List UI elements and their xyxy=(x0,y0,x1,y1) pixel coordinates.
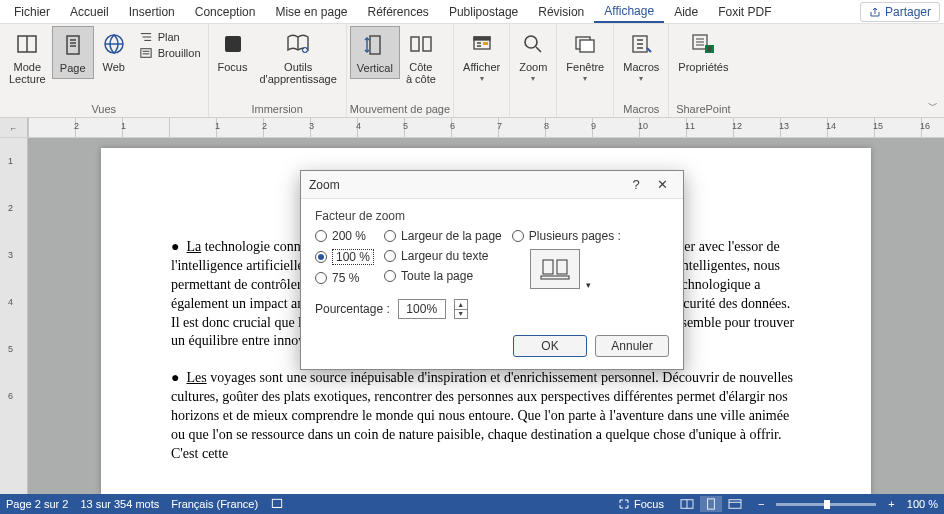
zoom-out-button[interactable]: − xyxy=(758,498,764,510)
cote-a-cote-button[interactable]: Côte à côte xyxy=(400,26,442,89)
outils-label: Outils d'apprentissage xyxy=(259,61,336,85)
ribbon-group-vues: Mode Lecture Page Web Plan xyxy=(0,24,209,117)
zoom-in-button[interactable]: + xyxy=(888,498,894,510)
ruler-tick: 14 xyxy=(826,121,836,131)
close-button[interactable]: ✕ xyxy=(649,177,675,192)
ribbon-group-fenetre: Fenêtre ▾ xyxy=(557,24,614,117)
ribbon-group-sharepoint: S Propriétés SharePoint xyxy=(669,24,737,117)
menu-affichage[interactable]: Affichage xyxy=(594,1,664,23)
radio-icon xyxy=(315,251,327,263)
menu-conception[interactable]: Conception xyxy=(185,2,266,22)
menu-mise-en-page[interactable]: Mise en page xyxy=(265,2,357,22)
menu-publipostage[interactable]: Publipostage xyxy=(439,2,528,22)
zoom-200-label: 200 % xyxy=(332,229,366,243)
ruler-tick: 8 xyxy=(544,121,549,131)
whole-page-option[interactable]: Toute la page xyxy=(384,269,502,283)
group-label-afficher xyxy=(457,113,506,117)
proprietes-label: Propriétés xyxy=(678,61,728,73)
svg-rect-15 xyxy=(411,37,419,51)
ribbon-group-afficher: Afficher ▾ xyxy=(454,24,510,117)
menu-accueil[interactable]: Accueil xyxy=(60,2,119,22)
multi-pages-option[interactable]: Plusieurs pages : xyxy=(512,229,621,243)
read-mode-view-button[interactable] xyxy=(676,496,698,512)
svg-point-20 xyxy=(525,36,537,48)
outline-icon xyxy=(138,30,154,44)
zoom-level-status[interactable]: 100 % xyxy=(907,498,938,510)
focus-label: Focus xyxy=(218,61,248,73)
chevron-down-icon: ▾ xyxy=(480,75,484,84)
zoom-75-option[interactable]: 75 % xyxy=(315,271,374,285)
menu-revision[interactable]: Révision xyxy=(528,2,594,22)
menu-insertion[interactable]: Insertion xyxy=(119,2,185,22)
vertical-button[interactable]: Vertical xyxy=(350,26,400,79)
text-width-option[interactable]: Largeur du texte xyxy=(384,249,502,263)
ruler-horizontal[interactable]: 2 1 1 2 3 4 5 6 7 8 9 10 11 12 13 14 15 … xyxy=(28,118,944,137)
zoom-200-option[interactable]: 200 % xyxy=(315,229,374,243)
word-count-status[interactable]: 13 sur 354 mots xyxy=(80,498,159,510)
svg-rect-14 xyxy=(370,36,380,54)
page-view-button[interactable]: Page xyxy=(52,26,94,79)
mode-lecture-label: Mode Lecture xyxy=(9,61,46,85)
ruler-corner: ⌐ xyxy=(0,118,28,137)
zoom-100-label: 100 % xyxy=(332,249,374,265)
menu-foxit-pdf[interactable]: Foxit PDF xyxy=(708,2,781,22)
web-layout-view-button[interactable] xyxy=(724,496,746,512)
macros-button[interactable]: Macros ▾ xyxy=(617,26,665,88)
spinner-down-icon[interactable]: ▼ xyxy=(455,310,467,319)
plan-view-button[interactable]: Plan xyxy=(138,30,201,44)
ruler-vertical[interactable]: 1 2 3 4 5 6 xyxy=(0,138,28,496)
menu-references[interactable]: Références xyxy=(358,2,439,22)
page-width-label: Largeur de la page xyxy=(401,229,502,243)
chevron-down-icon: ▾ xyxy=(586,280,591,290)
page-width-option[interactable]: Largeur de la page xyxy=(384,229,502,243)
properties-icon: S xyxy=(689,30,717,58)
ruler-tick: 1 xyxy=(121,121,126,131)
ribbon-group-macros: Macros ▾ Macros xyxy=(614,24,669,117)
focus-button[interactable]: Focus xyxy=(212,26,254,77)
mode-lecture-button[interactable]: Mode Lecture xyxy=(3,26,52,89)
zoom-ribbon-button[interactable]: Zoom ▾ xyxy=(513,26,553,88)
vertical-label: Vertical xyxy=(357,62,393,74)
menu-aide[interactable]: Aide xyxy=(664,2,708,22)
cancel-button[interactable]: Annuler xyxy=(595,335,669,357)
outils-apprentissage-button[interactable]: Outils d'apprentissage xyxy=(253,26,342,89)
ruler-tick: 11 xyxy=(685,121,695,131)
ruler-tick: 6 xyxy=(8,391,13,401)
paragraph: ● Les voyages sont une source inépuisabl… xyxy=(171,369,801,463)
side-by-side-icon xyxy=(407,30,435,58)
web-view-label: Web xyxy=(102,61,124,73)
percentage-spinner[interactable]: ▲ ▼ xyxy=(454,299,468,319)
svg-rect-12 xyxy=(225,36,241,52)
zoom-75-label: 75 % xyxy=(332,271,359,285)
ruler-tick: 1 xyxy=(8,156,13,166)
multi-pages-preview[interactable]: ▾ xyxy=(530,249,580,289)
accessibility-status[interactable] xyxy=(270,497,284,511)
share-button[interactable]: Partager xyxy=(860,2,940,22)
focus-mode-status[interactable]: Focus xyxy=(618,498,664,510)
percentage-input[interactable]: 100% xyxy=(398,299,446,319)
print-layout-view-button[interactable] xyxy=(700,496,722,512)
ruler-tick: 12 xyxy=(732,121,742,131)
ribbon-collapse-button[interactable]: ﹀ xyxy=(928,99,938,113)
afficher-button[interactable]: Afficher ▾ xyxy=(457,26,506,88)
svg-rect-29 xyxy=(541,276,569,279)
brouillon-view-button[interactable]: Brouillon xyxy=(138,46,201,60)
zoom-100-option[interactable]: 100 % xyxy=(315,249,374,265)
page-count-status[interactable]: Page 2 sur 2 xyxy=(6,498,68,510)
language-status[interactable]: Français (France) xyxy=(171,498,258,510)
proprietes-button[interactable]: S Propriétés xyxy=(672,26,734,77)
fenetre-button[interactable]: Fenêtre ▾ xyxy=(560,26,610,88)
spinner-up-icon[interactable]: ▲ xyxy=(455,300,467,310)
radio-icon xyxy=(315,230,327,242)
help-button[interactable]: ? xyxy=(623,177,649,192)
whole-page-label: Toute la page xyxy=(401,269,473,283)
group-label-immersion: Immersion xyxy=(212,101,343,117)
zoom-factor-label: Facteur de zoom xyxy=(315,209,669,223)
web-view-button[interactable]: Web xyxy=(94,26,134,77)
page-view-label: Page xyxy=(60,62,86,74)
menu-fichier[interactable]: Fichier xyxy=(4,2,60,22)
radio-icon xyxy=(384,250,396,262)
ok-button[interactable]: OK xyxy=(513,335,587,357)
zoom-slider[interactable] xyxy=(776,503,876,506)
svg-rect-9 xyxy=(141,49,151,58)
